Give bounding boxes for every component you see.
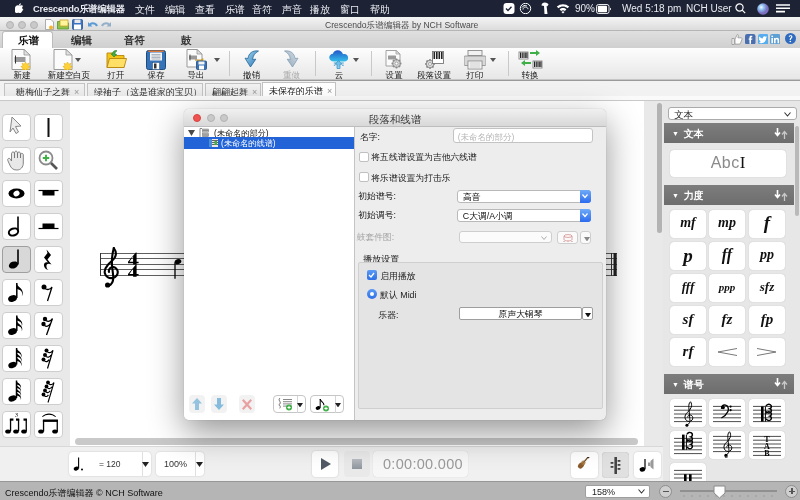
svg-text:B: B (764, 449, 770, 458)
svg-text:3: 3 (14, 412, 18, 418)
